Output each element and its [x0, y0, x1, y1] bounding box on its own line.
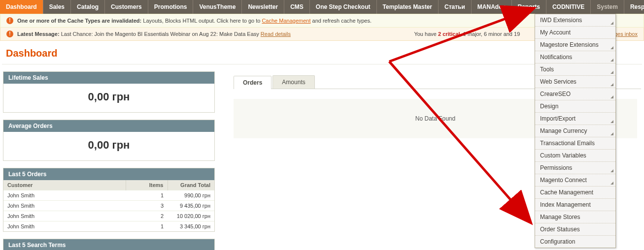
menu-iwd-extensions[interactable]: IWD Extensions [535, 14, 615, 27]
search-terms-panel: Last 5 Search Terms Search Term Results … [3, 239, 215, 250]
nav-customers[interactable]: Customers [105, 0, 148, 14]
nav-dashboard[interactable]: Dashboard [0, 0, 43, 14]
menu-manage-currency[interactable]: Manage Currency [535, 125, 615, 137]
system-dropdown: IWD ExtensionsMy AccountMagestore Extens… [535, 14, 616, 248]
menu-magento-connect[interactable]: Magento Connect [535, 174, 615, 187]
nav-catalog[interactable]: Catalog [71, 0, 105, 14]
nav-responsivebannerslider[interactable]: Responsivebannerslider [624, 0, 644, 14]
cache-notice-tail: and refresh cache types. [310, 18, 372, 24]
menu-manage-stores[interactable]: Manage Stores [535, 211, 615, 223]
no-data-label: No Data Found [415, 115, 455, 122]
lifetime-sales-panel: Lifetime Sales 0,00 грн [3, 71, 215, 113]
col-grand-total[interactable]: Grand Total [168, 180, 214, 190]
menu-design[interactable]: Design [535, 100, 615, 113]
nav-system[interactable]: System [591, 0, 624, 14]
menu-import-export[interactable]: Import/Export [535, 113, 615, 125]
menu-notifications[interactable]: Notifications [535, 51, 615, 63]
last-orders-panel: Last 5 Orders Customer Items Grand Total… [3, 168, 215, 232]
warning-icon: ! [6, 17, 13, 24]
lifetime-sales-value: 0,00 грн [3, 84, 214, 112]
read-details-link[interactable]: Read details [261, 31, 291, 37]
menu-tools[interactable]: Tools [535, 63, 615, 76]
nav-статьи[interactable]: Статьи [439, 0, 472, 14]
menu-my-account[interactable]: My Account [535, 27, 615, 39]
nav-cms[interactable]: CMS [284, 0, 310, 14]
last-orders-header: Last 5 Orders [3, 168, 214, 180]
menu-custom-variables[interactable]: Custom Variables [535, 150, 615, 162]
nav-one-step-checkout[interactable]: One Step Checkout [310, 0, 377, 14]
tab-amounts[interactable]: Amounts [272, 75, 314, 89]
table-row[interactable]: John Smith210 020,00 грн [3, 211, 214, 221]
col-customer[interactable]: Customer [3, 180, 126, 190]
table-row[interactable]: John Smith39 435,00 грн [3, 201, 214, 211]
col-items[interactable]: Items [126, 180, 168, 190]
nav-promotions[interactable]: Promotions [148, 0, 194, 14]
average-orders-header: Average Orders [3, 120, 214, 132]
lifetime-sales-header: Lifetime Sales [3, 72, 214, 84]
top-nav: DashboardSalesCatalogCustomersPromotions… [0, 0, 644, 14]
average-orders-panel: Average Orders 0,00 грн [3, 120, 215, 161]
menu-index-management[interactable]: Index Management [535, 199, 615, 211]
cache-notice-bold: One or more of the Cache Types are inval… [17, 18, 141, 24]
latest-message-mid: Last Chance: Join the Magento BI Essenti… [60, 31, 261, 37]
nav-reports[interactable]: Reports [512, 0, 546, 14]
menu-magestore-extensions[interactable]: Magestore Extensions [535, 39, 615, 51]
table-row[interactable]: John Smith1990,00 грн [3, 190, 214, 201]
nav-venustheme[interactable]: VenusTheme [193, 0, 242, 14]
search-terms-header: Last 5 Search Terms [3, 239, 214, 250]
menu-permissions[interactable]: Permissions [535, 162, 615, 174]
menu-web-services[interactable]: Web Services [535, 76, 615, 88]
nav-sales[interactable]: Sales [43, 0, 71, 14]
menu-creareseo[interactable]: CreareSEO [535, 88, 615, 100]
nav-codnitive[interactable]: CODNITIVE [546, 0, 591, 14]
average-orders-value: 0,00 грн [3, 132, 214, 160]
message-status: You have 2 critical, 1 major, 6 minor an… [414, 31, 520, 37]
nav-manadev[interactable]: MANAdev [472, 0, 512, 14]
tab-orders[interactable]: Orders [234, 76, 271, 89]
cache-management-link[interactable]: Cache Management [262, 18, 310, 24]
latest-message-bold: Latest Message: [17, 31, 60, 37]
left-column: Lifetime Sales 0,00 грн Average Orders 0… [3, 71, 215, 250]
nav-newsletter[interactable]: Newsletter [242, 0, 284, 14]
menu-cache-management[interactable]: Cache Management [535, 187, 615, 199]
last-orders-table: Customer Items Grand Total John Smith199… [3, 180, 214, 231]
warning-icon: ! [6, 31, 13, 37]
nav-templates-master[interactable]: Templates Master [377, 0, 439, 14]
table-row[interactable]: John Smith13 345,00 грн [3, 221, 214, 232]
menu-configuration[interactable]: Configuration [535, 236, 615, 248]
cache-notice-mid: Layouts, Blocks HTML output. Click here … [141, 18, 262, 24]
menu-order-statuses[interactable]: Order Statuses [535, 223, 615, 236]
menu-transactional-emails[interactable]: Transactional Emails [535, 137, 615, 150]
